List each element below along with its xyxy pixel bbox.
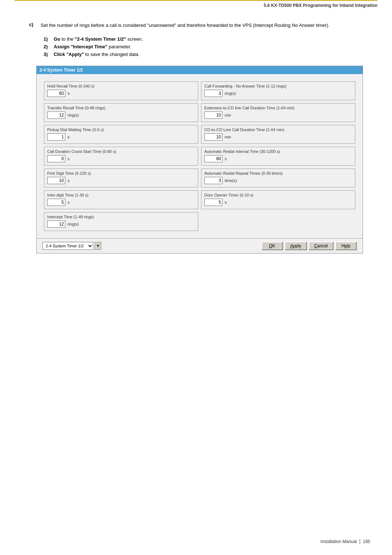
page-container: 5.6 KX-TD500 PBX Programming for Inband …: [0, 0, 392, 555]
field-inter-digit-unit: s: [68, 200, 70, 204]
field-intercept-time-unit: ring(s): [68, 222, 79, 226]
field-inter-digit-row: s: [47, 199, 195, 206]
field-call-forwarding: Call Forwarding - No Answer Time (1-12 r…: [201, 81, 355, 100]
empty-cell: [201, 212, 355, 231]
field-auto-redial-interval: Automatic Redial Interval Time (30-1200 …: [201, 147, 355, 166]
field-auto-redial-repeat-row: time(s): [204, 177, 352, 184]
field-intercept-time: Intercept Time (1-48 rings) ring(s): [44, 212, 198, 231]
step-c: c) Set the number of rings before a call…: [29, 22, 370, 29]
field-pickup-dial: Pickup Dial Waiting Time (0-5 s) s: [44, 125, 198, 144]
field-pickup-dial-label: Pickup Dial Waiting Time (0-5 s): [47, 127, 195, 132]
field-door-opener-row: s: [204, 199, 352, 206]
page-footer-number: 185: [363, 539, 370, 544]
field-pickup-dial-row: s: [47, 133, 195, 141]
field-call-duration-label: Call Duration Count Start Time (0-60 s): [47, 149, 195, 154]
header-title: 5.6 KX-TD500 PBX Programming for Inband …: [264, 3, 377, 8]
field-intercept-time-input[interactable]: [47, 220, 65, 228]
field-ext-to-co-unit: min: [225, 113, 231, 117]
sub-step-1-text: Go to the "2-4 System Timer 1/2" screen.: [54, 36, 143, 42]
sub-step-3: 3) Click "Apply" to save the changed dat…: [44, 52, 370, 57]
field-hold-recall: Hold Recall Time (0-240 s) s: [44, 81, 198, 100]
field-hold-recall-unit: s: [68, 91, 70, 96]
field-door-opener-unit: s: [225, 200, 227, 204]
field-door-opener: Door Opener Timer (0-10 s) s: [201, 190, 355, 209]
fields-grid: Hold Recall Time (0-240 s) s Call Forwar…: [42, 80, 357, 232]
field-inter-digit-input[interactable]: [47, 199, 65, 206]
field-call-forwarding-row: ring(s): [204, 90, 352, 97]
dialog-box: 2-4 System Timer 1/2 Hold Recall Time (0…: [36, 66, 363, 254]
field-auto-redial-repeat: Automatic Redial Repeat Times (0-30 time…: [201, 169, 355, 187]
field-auto-redial-repeat-label: Automatic Redial Repeat Times (0-30 time…: [204, 171, 352, 175]
field-transfer-recall-input[interactable]: [47, 112, 65, 119]
field-hold-recall-row: s: [47, 90, 195, 97]
field-auto-redial-interval-row: s: [204, 155, 352, 162]
field-auto-redial-interval-input[interactable]: [204, 155, 222, 162]
field-call-forwarding-label: Call Forwarding - No Answer Time (1-12 r…: [204, 84, 352, 88]
field-pickup-dial-unit: s: [68, 135, 70, 139]
field-call-duration: Call Duration Count Start Time (0-60 s) …: [44, 147, 198, 166]
footer-buttons: OK Apply Cancel Help: [261, 242, 357, 250]
page-footer-divider: [360, 539, 360, 544]
field-door-opener-input[interactable]: [204, 199, 222, 206]
sub-step-1: 1) Go to the "2-4 System Timer 1/2" scre…: [44, 36, 370, 42]
dialog-title: 2-4 System Timer 1/2: [40, 68, 83, 73]
cancel-button[interactable]: Cancel: [309, 242, 334, 250]
apply-button[interactable]: Apply: [285, 242, 307, 250]
field-transfer-recall-label: Transfer Recall Time (0-48 rings): [47, 106, 195, 110]
field-door-opener-label: Door Opener Timer (0-10 s): [204, 193, 352, 197]
field-call-forwarding-unit: ring(s): [225, 91, 236, 96]
field-transfer-recall-row: ring(s): [47, 112, 195, 119]
field-transfer-recall: Transfer Recall Time (0-48 rings) ring(s…: [44, 103, 198, 122]
field-first-digit-row: s: [47, 177, 195, 184]
page-footer: Installation Manual 185: [320, 539, 370, 544]
sub-step-3-num: 3): [44, 52, 51, 57]
field-co-to-co-unit: min: [225, 135, 231, 139]
field-intercept-time-label: Intercept Time (1-48 rings): [47, 215, 195, 219]
field-co-to-co-row: min: [204, 133, 352, 141]
field-call-forwarding-input[interactable]: [204, 90, 222, 97]
sub-step-2-num: 2): [44, 44, 51, 49]
field-ext-to-co: Extension-to-CO line Call Duration Time …: [201, 103, 355, 122]
dialog-footer: 2-4 System Timer 1/2 ▼ OK Apply Cancel H…: [37, 238, 363, 253]
page-footer-label: Installation Manual: [320, 539, 357, 544]
field-co-to-co-input[interactable]: [204, 133, 222, 141]
footer-left: 2-4 System Timer 1/2 ▼: [42, 242, 101, 250]
step-c-text: Set the number of rings before a call is…: [41, 22, 329, 29]
sub-steps: 1) Go to the "2-4 System Timer 1/2" scre…: [44, 36, 370, 57]
field-hold-recall-input[interactable]: [47, 90, 65, 97]
field-call-duration-input[interactable]: [47, 155, 65, 162]
field-auto-redial-interval-unit: s: [225, 157, 227, 161]
footer-dropdown-arrow[interactable]: ▼: [95, 242, 101, 250]
field-auto-redial-repeat-input[interactable]: [204, 177, 222, 184]
field-intercept-time-row: ring(s): [47, 220, 195, 228]
field-first-digit-label: First Digit Time (5-120 s): [47, 171, 195, 175]
field-co-to-co: CO-to-CO Line Call Duration Time (1-64 m…: [201, 125, 355, 144]
help-button[interactable]: Help: [335, 242, 357, 250]
field-inter-digit-label: Inter-digit Time (1-30 s): [47, 193, 195, 197]
field-co-to-co-label: CO-to-CO Line Call Duration Time (1-64 m…: [204, 127, 352, 132]
step-c-label: c): [29, 22, 36, 29]
field-auto-redial-interval-label: Automatic Redial Interval Time (30-1200 …: [204, 149, 352, 154]
field-pickup-dial-input[interactable]: [47, 133, 65, 141]
field-call-duration-row: s: [47, 155, 195, 162]
field-first-digit: First Digit Time (5-120 s) s: [44, 169, 198, 187]
content-area: c) Set the number of rings before a call…: [29, 22, 370, 254]
sub-step-2-text: Assign "Intercept Time" parameter.: [54, 44, 131, 49]
dialog-title-bar: 2-4 System Timer 1/2: [37, 66, 363, 74]
field-first-digit-input[interactable]: [47, 177, 65, 184]
dialog-content: Hold Recall Time (0-240 s) s Call Forwar…: [37, 74, 363, 238]
field-first-digit-unit: s: [68, 178, 70, 183]
field-inter-digit: Inter-digit Time (1-30 s) s: [44, 190, 198, 209]
field-call-duration-unit: s: [68, 157, 70, 161]
field-auto-redial-repeat-unit: time(s): [225, 178, 237, 183]
sub-step-3-text: Click "Apply" to save the changed data.: [54, 52, 139, 57]
field-ext-to-co-input[interactable]: [204, 112, 222, 119]
field-hold-recall-label: Hold Recall Time (0-240 s): [47, 84, 195, 88]
footer-dropdown[interactable]: 2-4 System Timer 1/2: [42, 242, 93, 250]
field-transfer-recall-unit: ring(s): [68, 113, 79, 117]
sub-step-1-num: 1): [44, 36, 51, 42]
sub-step-2: 2) Assign "Intercept Time" parameter.: [44, 44, 370, 49]
field-ext-to-co-label: Extension-to-CO line Call Duration Time …: [204, 106, 352, 110]
header-bar: 5.6 KX-TD500 PBX Programming for Inband …: [15, 0, 377, 11]
ok-button[interactable]: OK: [261, 242, 283, 250]
